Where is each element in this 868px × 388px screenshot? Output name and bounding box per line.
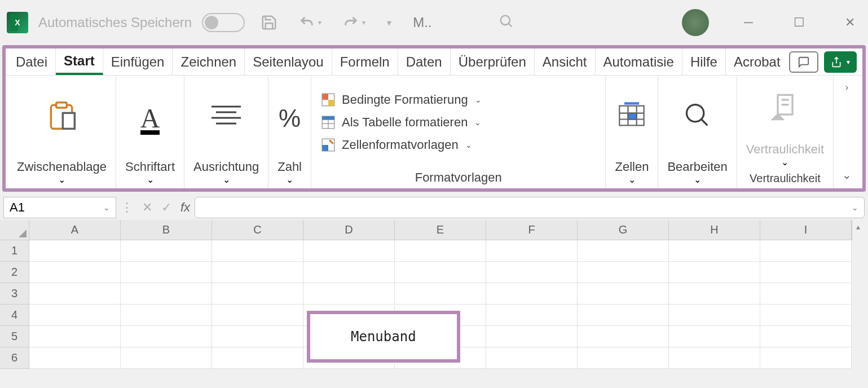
column-header[interactable]: H: [669, 220, 760, 240]
tab-einfuegen[interactable]: Einfügen: [103, 48, 173, 75]
cell[interactable]: [212, 305, 303, 326]
redo-button[interactable]: ▾: [337, 14, 371, 32]
cell[interactable]: [29, 283, 121, 305]
select-all-corner[interactable]: [0, 220, 29, 240]
column-header[interactable]: D: [303, 220, 395, 240]
cell[interactable]: [760, 347, 852, 369]
name-box[interactable]: A1 ⌄: [3, 197, 116, 218]
cell[interactable]: [578, 283, 669, 305]
group-number[interactable]: % Zahl ⌄: [268, 76, 311, 188]
cell[interactable]: [486, 347, 578, 369]
cell[interactable]: [29, 240, 121, 262]
ribbon-overflow-button[interactable]: ›: [845, 82, 848, 92]
group-clipboard[interactable]: Zwischenablage ⌄: [8, 76, 116, 188]
cell[interactable]: [486, 326, 578, 347]
tab-datei[interactable]: Datei: [8, 48, 56, 75]
fx-label[interactable]: fx: [180, 200, 190, 215]
cell[interactable]: [395, 240, 486, 262]
tab-hilfe[interactable]: Hilfe: [682, 48, 726, 75]
tab-ueberpruefen[interactable]: Überprüfen: [451, 48, 535, 75]
row-header[interactable]: 5: [0, 326, 29, 347]
cell[interactable]: [212, 326, 303, 347]
column-header[interactable]: C: [212, 220, 303, 240]
column-header[interactable]: A: [29, 220, 121, 240]
group-alignment[interactable]: Ausrichtung ⌄: [184, 76, 268, 188]
ribbon-collapse-button[interactable]: ⌄: [842, 168, 852, 182]
cell[interactable]: [121, 283, 212, 305]
cell[interactable]: [578, 326, 669, 347]
formula-input[interactable]: ⌄: [195, 197, 865, 218]
scroll-up-button[interactable]: ▴: [852, 220, 864, 240]
column-header[interactable]: E: [395, 220, 486, 240]
column-header[interactable]: I: [760, 220, 852, 240]
cell[interactable]: [486, 262, 578, 283]
tab-seitenlayout[interactable]: Seitenlayou: [245, 48, 332, 75]
minimize-button[interactable]: ─: [737, 15, 760, 30]
tab-ansicht[interactable]: Ansicht: [535, 48, 596, 75]
cell[interactable]: [669, 262, 760, 283]
cell[interactable]: [486, 240, 578, 262]
cell[interactable]: [303, 240, 395, 262]
chevron-down-icon[interactable]: ⌄: [103, 203, 110, 212]
cell[interactable]: [29, 305, 121, 326]
cell[interactable]: [578, 240, 669, 262]
row-header[interactable]: 6: [0, 347, 29, 369]
cell[interactable]: [760, 240, 852, 262]
cell[interactable]: [395, 283, 486, 305]
cell[interactable]: [578, 262, 669, 283]
cell[interactable]: [578, 305, 669, 326]
row-header[interactable]: 4: [0, 305, 29, 326]
cell[interactable]: [121, 262, 212, 283]
row-header[interactable]: 1: [0, 240, 29, 262]
cell[interactable]: [486, 283, 578, 305]
tab-formeln[interactable]: Formeln: [332, 48, 398, 75]
close-button[interactable]: ✕: [839, 15, 861, 30]
conditional-formatting-button[interactable]: Bedingte Formatierung ⌄: [320, 92, 482, 108]
tab-acrobat[interactable]: Acrobat: [726, 48, 788, 75]
tab-daten[interactable]: Daten: [398, 48, 451, 75]
cell[interactable]: [212, 347, 303, 369]
qat-customize-button[interactable]: ▾: [381, 16, 397, 29]
tab-automatisieren[interactable]: Automatisie: [596, 48, 682, 75]
cell[interactable]: [212, 262, 303, 283]
cell[interactable]: [760, 326, 852, 347]
cell[interactable]: [486, 305, 578, 326]
cell[interactable]: [669, 347, 760, 369]
column-header[interactable]: G: [578, 220, 669, 240]
cell[interactable]: [578, 347, 669, 369]
cell[interactable]: [121, 347, 212, 369]
tab-zeichnen[interactable]: Zeichnen: [173, 48, 245, 75]
format-as-table-button[interactable]: Als Tabelle formatieren ⌄: [320, 114, 481, 130]
cell[interactable]: [760, 305, 852, 326]
cell-styles-button[interactable]: Zellenformatvorlagen ⌄: [320, 137, 472, 153]
cell[interactable]: [212, 283, 303, 305]
cell[interactable]: [760, 262, 852, 283]
cell[interactable]: [29, 262, 121, 283]
accept-formula-button[interactable]: ✓: [161, 200, 171, 215]
user-avatar[interactable]: [682, 9, 709, 36]
cell[interactable]: [121, 240, 212, 262]
maximize-button[interactable]: ☐: [788, 15, 810, 30]
cell[interactable]: [669, 283, 760, 305]
cell[interactable]: [669, 240, 760, 262]
group-editing[interactable]: Bearbeiten ⌄: [658, 76, 737, 188]
cell[interactable]: [760, 283, 852, 305]
cell[interactable]: [212, 240, 303, 262]
cell[interactable]: [121, 326, 212, 347]
share-button[interactable]: ▾: [824, 51, 857, 73]
cancel-formula-button[interactable]: ✕: [142, 200, 152, 215]
comments-button[interactable]: [789, 51, 818, 73]
group-font[interactable]: A Schriftart ⌄: [116, 76, 184, 188]
cell[interactable]: [395, 262, 486, 283]
column-header[interactable]: B: [121, 220, 212, 240]
formula-expand-button[interactable]: ⌄: [852, 203, 858, 212]
cell[interactable]: [121, 305, 212, 326]
save-button[interactable]: [255, 13, 283, 32]
cell[interactable]: [669, 305, 760, 326]
cell[interactable]: [669, 326, 760, 347]
row-header[interactable]: 2: [0, 262, 29, 283]
dots-icon[interactable]: ⋮: [121, 200, 133, 215]
tab-start[interactable]: Start: [56, 48, 103, 75]
cell[interactable]: [303, 283, 395, 305]
column-header[interactable]: F: [486, 220, 578, 240]
